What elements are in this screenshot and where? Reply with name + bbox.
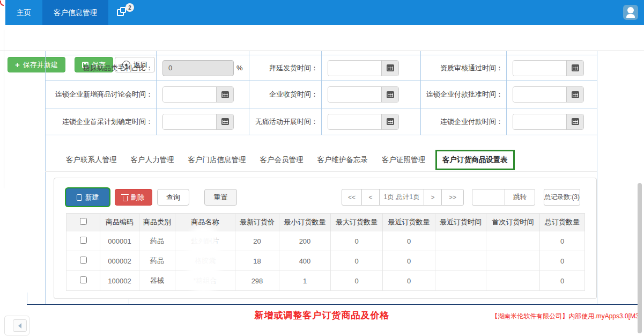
cell-recent-time	[435, 231, 486, 251]
first-purchase-plan-time-input[interactable]	[163, 114, 216, 129]
date-picker	[513, 86, 584, 103]
order-products-table: 商品编码 商品类别 商品名称 最新订货价 最小订货数量 最大订货数量 最近订货数…	[66, 213, 585, 291]
subtab-contacts[interactable]: 客户联系人管理	[59, 155, 124, 165]
nav-tab-home[interactable]: 主页	[5, 0, 42, 25]
calendar-button[interactable]	[216, 114, 233, 129]
clipped-row-cell	[507, 51, 597, 55]
calendar-button[interactable]	[381, 61, 398, 76]
page-prev-button[interactable]: <	[361, 189, 380, 206]
select-all-checkbox[interactable]	[80, 218, 87, 225]
calendar-icon	[572, 64, 579, 71]
cell-price: 20	[235, 231, 279, 251]
field-label-baiting-ship-time: 拜廷发货时间：	[249, 55, 322, 81]
clipped-row-cell	[421, 51, 507, 55]
grid-reset-button[interactable]: 重置	[204, 189, 237, 206]
clipped-row-cell	[45, 51, 157, 55]
subtab-store-info[interactable]: 客户门店信息管理	[181, 155, 253, 165]
subtab-licenses[interactable]: 客户证照管理	[375, 155, 432, 165]
cell-min-qty: 400	[279, 251, 331, 271]
cell-code: 000001	[100, 231, 139, 251]
trash-icon	[123, 196, 128, 201]
header-first-time: 首次订货时间	[486, 214, 540, 231]
nav-tab-home-label: 主页	[17, 8, 31, 18]
baiting-ship-time-input[interactable]	[328, 61, 381, 76]
row-checkbox[interactable]	[80, 257, 87, 264]
subtab-order-products-active[interactable]: 客户订货商品设置表	[435, 150, 515, 170]
cell-recent-time	[435, 271, 486, 291]
calendar-icon	[221, 118, 229, 125]
diabetes-margin-input[interactable]	[162, 60, 234, 76]
cell-recent-time	[435, 251, 486, 271]
date-picker	[513, 60, 584, 76]
table-row[interactable]: 000001 药品 盐列酮片 20 200 0 0 0	[66, 231, 585, 251]
row-checkbox[interactable]	[80, 276, 87, 283]
calendar-button[interactable]	[566, 114, 583, 129]
grid-query-label: 查询	[166, 193, 180, 202]
page-last-button[interactable]: >>	[441, 189, 464, 206]
date-picker	[162, 114, 234, 130]
page-jump-group: 跳转	[472, 189, 535, 206]
grid-new-label: 新建	[85, 193, 99, 202]
open-windows-icon[interactable]: 2	[117, 7, 130, 18]
cell-category: 器械	[139, 271, 175, 291]
grid-new-button[interactable]: 新建	[66, 188, 109, 206]
calendar-button[interactable]	[381, 87, 398, 102]
page-first-button[interactable]: <<	[342, 189, 362, 206]
horizontal-scroll-left-button[interactable]	[13, 319, 27, 332]
top-navbar: 主页 客户信息管理 2	[5, 0, 644, 25]
field-qualification-pass-time	[507, 55, 597, 81]
page-info: 1页 总计1页	[379, 189, 424, 206]
calendar-icon	[572, 118, 579, 125]
vertical-scrollbar-thumb[interactable]	[638, 183, 642, 333]
enterprise-receive-time-input[interactable]	[328, 87, 381, 102]
table-row[interactable]: 000002 药品 格胶囊 18 400 0 0 0	[66, 251, 585, 271]
subtab-hr[interactable]: 客户人力管理	[124, 155, 181, 165]
date-picker	[328, 114, 399, 130]
document-icon	[77, 194, 82, 201]
footer-separator-line	[27, 304, 638, 305]
subtab-maintenance-memo[interactable]: 客户维护备忘录	[310, 155, 375, 165]
table-row[interactable]: 100002 器械 *糖组合 298 1 0 0 0	[66, 271, 585, 291]
header-product-code: 商品编码	[100, 214, 139, 231]
subtabs-underline	[45, 171, 597, 172]
calendar-button[interactable]	[216, 87, 233, 102]
field-chain-payment-time	[507, 108, 597, 135]
calendar-button[interactable]	[566, 61, 583, 76]
field-label-painless-activity-time: 无痛活动开展时间：	[249, 108, 322, 135]
grid-reset-label: 重置	[214, 193, 228, 202]
field-label-diabetes-margin: 糖尿病品类毛利占比：	[45, 55, 157, 81]
percent-unit-label: %	[236, 64, 243, 72]
date-picker	[328, 60, 399, 76]
page-jump-button[interactable]: 跳转	[505, 189, 535, 206]
subtab-members[interactable]: 客户会员管理	[253, 155, 310, 165]
user-avatar[interactable]	[623, 5, 638, 20]
cell-total-qty: 0	[540, 251, 585, 271]
qualification-pass-time-input[interactable]	[513, 61, 566, 76]
grid-delete-button[interactable]: 删除	[115, 189, 152, 206]
calendar-button[interactable]	[381, 114, 398, 129]
cell-total-qty: 0	[540, 271, 585, 291]
field-label-qualification-pass-time: 资质审核通过时间：	[421, 55, 507, 81]
field-first-purchase-plan-time	[157, 108, 249, 135]
nav-tab-customer-info-label: 客户信息管理	[54, 8, 97, 18]
new-product-meeting-time-input[interactable]	[163, 87, 216, 102]
calendar-icon	[221, 91, 229, 98]
cell-price: 18	[235, 251, 279, 271]
nav-tab-customer-info[interactable]: 客户信息管理	[42, 0, 108, 25]
page-jump-input[interactable]	[472, 189, 505, 206]
page-next-button[interactable]: >	[424, 189, 442, 206]
header-latest-price: 最新订货价	[235, 214, 279, 231]
chain-payment-approval-time-input[interactable]	[513, 87, 566, 102]
header-product-category: 商品类别	[139, 214, 175, 231]
calendar-button[interactable]	[566, 87, 583, 102]
avatar-body-icon	[626, 14, 635, 18]
painless-activity-time-input[interactable]	[328, 114, 381, 129]
field-label-new-product-meeting-time: 连锁企业新增商品讨论会时间：	[45, 81, 157, 108]
field-label-chain-payment-time: 连锁企业付款时间：	[421, 108, 507, 135]
subtabs-bar: 客户联系人管理 客户人力管理 客户门店信息管理 客户会员管理 客户维护备忘录 客…	[45, 149, 597, 171]
chain-payment-time-input[interactable]	[513, 114, 566, 129]
clipped-red-artifact	[0, 1, 4, 6]
row-checkbox[interactable]	[80, 237, 87, 244]
grid-query-button[interactable]: 查询	[157, 189, 189, 206]
field-enterprise-receive-time	[322, 81, 421, 108]
